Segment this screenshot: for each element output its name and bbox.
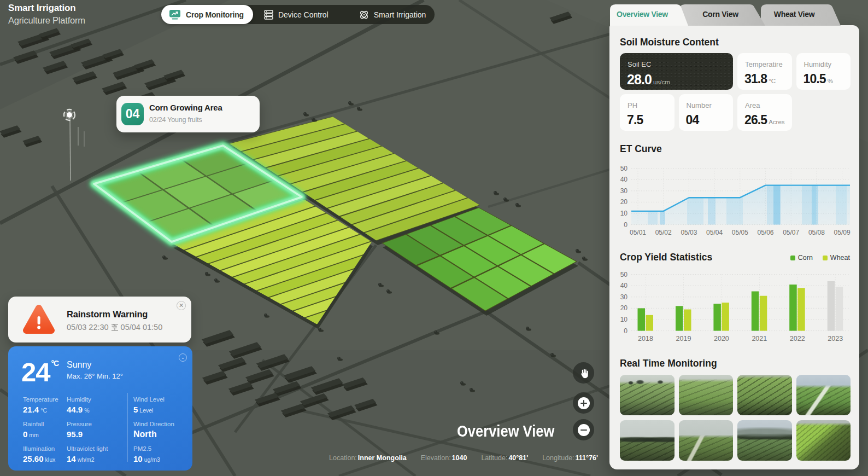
svg-text:05/07: 05/07 [783, 229, 799, 236]
svg-text:30: 30 [620, 187, 628, 195]
svg-text:2020: 2020 [714, 335, 729, 343]
svg-text:05/08: 05/08 [808, 229, 825, 236]
svg-text:2019: 2019 [676, 335, 691, 343]
svg-text:05/02: 05/02 [655, 229, 672, 236]
svg-text:05/01: 05/01 [630, 229, 646, 236]
svg-text:Wheat View: Wheat View [774, 10, 815, 19]
svg-text:0: 0 [624, 221, 627, 229]
svg-text:2021: 2021 [752, 335, 767, 343]
svg-text:40: 40 [620, 176, 628, 183]
svg-text:20: 20 [620, 198, 628, 206]
svg-text:Corn View: Corn View [702, 10, 738, 19]
svg-text:2023: 2023 [828, 335, 843, 343]
svg-text:05/06: 05/06 [757, 229, 773, 236]
svg-text:2018: 2018 [638, 335, 653, 343]
svg-text:05/04: 05/04 [706, 229, 723, 236]
svg-text:2022: 2022 [790, 335, 805, 343]
svg-text:05/05: 05/05 [732, 229, 748, 236]
svg-text:20: 20 [620, 304, 628, 312]
svg-text:0: 0 [624, 327, 627, 335]
svg-text:05/03: 05/03 [681, 229, 697, 236]
svg-text:40: 40 [620, 282, 628, 289]
svg-text:10: 10 [620, 210, 628, 217]
svg-text:Overview View: Overview View [617, 10, 668, 19]
svg-text:05/09: 05/09 [834, 229, 851, 236]
svg-text:30: 30 [620, 293, 628, 301]
svg-text:50: 50 [620, 165, 628, 172]
svg-text:50: 50 [620, 271, 628, 278]
svg-text:10: 10 [620, 316, 628, 323]
